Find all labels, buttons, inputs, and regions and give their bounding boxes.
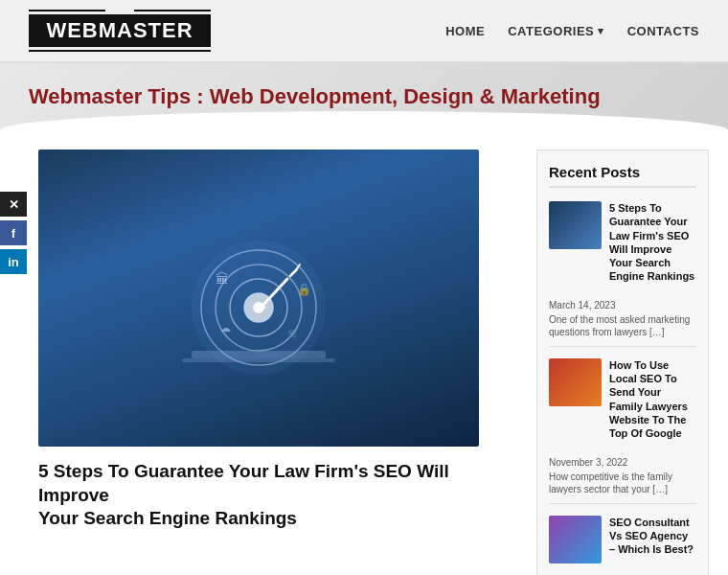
twitter-share-button[interactable]: ✕ [0,192,27,217]
recent-post-thumb-1 [549,201,602,249]
article-image-graphic: 🏛 🔒 ☁ 🛒 [163,202,354,394]
social-sidebar: ✕ f in [0,192,27,274]
facebook-share-button[interactable]: f [0,220,27,245]
recent-post-excerpt-2: How competitive is the family lawyers se… [549,471,696,495]
hero-banner: Webmaster Tips : Web Development, Design… [0,63,728,130]
recent-posts-title: Recent Posts [549,164,696,188]
hero-title: Webmaster Tips : Web Development, Design… [29,84,699,109]
recent-post-content-2: How To Use Local SEO To Send Your Family… [609,358,696,444]
logo-text: WEBMASTER [29,14,211,47]
recent-post-content-3: SEO Consultant Vs SEO Agency – Which Is … [609,516,696,564]
recent-posts-card: Recent Posts 5 Steps To Guarantee Your L… [536,150,709,575]
svg-rect-11 [182,358,335,362]
svg-text:☁: ☁ [220,322,231,334]
svg-text:🛒: 🛒 [287,327,300,339]
recent-post-item-3[interactable]: SEO Consultant Vs SEO Agency – Which Is … [549,516,696,564]
article-heading[interactable]: 5 Steps To Guarantee Your Law Firm's SEO… [38,460,517,531]
recent-post-date-1: March 14, 2023 [549,300,696,310]
post-divider [549,346,696,347]
linkedin-share-button[interactable]: in [0,249,27,274]
main-layout: 🏛 🔒 ☁ 🛒 5 Steps To Guarantee Your Law Fi… [0,130,728,575]
recent-post-item-2[interactable]: How To Use Local SEO To Send Your Family… [549,358,696,444]
article-image-overlay: 🏛 🔒 ☁ 🛒 [38,150,479,447]
recent-post-content-1: 5 Steps To Guarantee Your Law Firm's SEO… [609,201,696,287]
nav-home[interactable]: HOME [445,24,485,38]
svg-text:🏛: 🏛 [216,271,229,287]
svg-text:🔒: 🔒 [297,282,311,296]
article-section: 🏛 🔒 ☁ 🛒 5 Steps To Guarantee Your Law Fi… [38,150,517,575]
post-divider-2 [549,503,696,504]
recent-post-thumb-3 [549,516,602,564]
nav-categories[interactable]: CATEGORIES [508,24,604,38]
article-featured-image[interactable]: 🏛 🔒 ☁ 🛒 [38,150,479,447]
sidebar: Recent Posts 5 Steps To Guarantee Your L… [536,150,709,575]
site-header: WEBMASTER HOME CATEGORIES CONTACTS [0,0,728,63]
nav-contacts[interactable]: CONTACTS [627,24,699,38]
svg-rect-10 [192,351,326,358]
main-nav: HOME CATEGORIES CONTACTS [445,24,699,38]
recent-post-thumb-2 [549,358,602,406]
recent-post-date-2: November 3, 2022 [549,457,696,468]
site-logo[interactable]: WEBMASTER [29,10,211,52]
recent-post-item[interactable]: 5 Steps To Guarantee Your Law Firm's SEO… [549,201,696,287]
recent-post-excerpt-1: One of the most asked marketing question… [549,313,696,338]
